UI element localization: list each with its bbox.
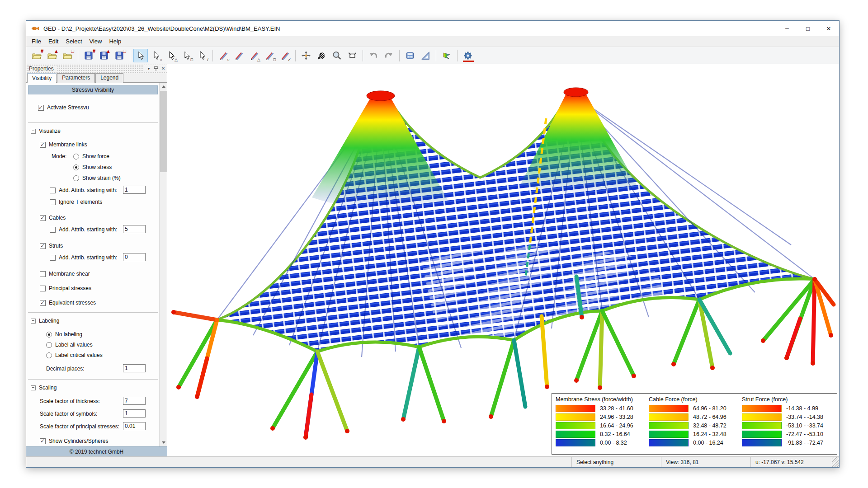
scale-thickness-input[interactable] bbox=[123, 397, 146, 405]
ignore-t-checkbox[interactable] bbox=[50, 199, 56, 205]
open-mesh-button[interactable]: # bbox=[29, 49, 44, 62]
minimize-button[interactable]: ─ bbox=[777, 21, 797, 36]
draw-pencil-button[interactable] bbox=[231, 49, 246, 62]
tab-parameters[interactable]: Parameters bbox=[57, 73, 95, 83]
menu-edit[interactable]: Edit bbox=[45, 37, 62, 46]
titlebar[interactable]: GED - D:\2_Projekte\Easy\2020\03_26_Webs… bbox=[26, 21, 839, 36]
model-viewport[interactable]: Membrane Stress (force/width) 33.28 - 41… bbox=[167, 64, 839, 456]
close-button[interactable]: ✕ bbox=[818, 21, 839, 36]
show-stress-radio[interactable] bbox=[73, 164, 79, 170]
properties-panel: Properties ▾ ✕ Visibility Parameters Leg… bbox=[26, 64, 167, 456]
frame-extents-button[interactable] bbox=[345, 49, 359, 62]
hash-overlay-icon: # bbox=[93, 49, 95, 54]
settings-gear-button[interactable] bbox=[461, 49, 475, 62]
collapse-icon[interactable]: − bbox=[31, 319, 36, 324]
right-cone-tip bbox=[564, 88, 588, 97]
membrane-add-attrib-checkbox[interactable] bbox=[50, 188, 56, 193]
struts-checkbox[interactable] bbox=[40, 243, 46, 249]
toolbar-separator bbox=[295, 50, 296, 61]
legend-range: -14.38 - 4.99 bbox=[786, 405, 818, 412]
save-mesh-button[interactable]: # bbox=[81, 49, 96, 62]
legend-strut-column: Strut Force (force) -14.38 - 4.99 -33.74… bbox=[742, 396, 835, 452]
scrollbar-thumb[interactable] bbox=[160, 91, 167, 172]
scroll-down-button[interactable] bbox=[160, 439, 167, 446]
open-boundary-button[interactable]: □ bbox=[60, 49, 75, 62]
draw-check-pencil-button[interactable]: ✓ bbox=[278, 49, 292, 62]
equivalent-stresses-checkbox[interactable] bbox=[40, 300, 46, 306]
panel-close-button[interactable]: ✕ bbox=[160, 65, 167, 72]
legend-range: 64.96 - 81.20 bbox=[693, 405, 726, 412]
flag-button[interactable] bbox=[439, 49, 454, 62]
draw-node-pencil-button[interactable]: ○ bbox=[216, 49, 231, 62]
label-all-radio[interactable] bbox=[46, 342, 52, 348]
collapse-icon[interactable]: − bbox=[31, 385, 36, 390]
panel-scrollbar[interactable] bbox=[159, 83, 167, 446]
show-force-radio[interactable] bbox=[73, 154, 79, 160]
panel-caption[interactable]: Properties ▾ ✕ bbox=[26, 64, 167, 73]
label-critical-radio[interactable] bbox=[46, 352, 52, 358]
membrane-add-attrib-input[interactable] bbox=[123, 186, 146, 194]
select-triangle-button[interactable]: △ bbox=[164, 49, 179, 62]
activate-stressvu-checkbox[interactable] bbox=[38, 105, 44, 111]
undo-button[interactable] bbox=[366, 49, 381, 62]
menu-help[interactable]: Help bbox=[105, 37, 125, 46]
section-divider bbox=[28, 122, 158, 123]
calculator-button[interactable] bbox=[403, 49, 417, 62]
legend-range: 16.64 - 24.96 bbox=[600, 422, 633, 429]
legend-swatch bbox=[556, 413, 595, 421]
save-triangulation-button[interactable]: ▲ bbox=[97, 49, 111, 62]
membrane-surface bbox=[217, 88, 815, 357]
scale-principal-input[interactable] bbox=[123, 422, 146, 430]
draw-triangle-pencil-button[interactable]: △ bbox=[247, 49, 261, 62]
membrane-shear-checkbox[interactable] bbox=[40, 271, 46, 277]
app-logo-fish-icon bbox=[31, 25, 40, 32]
scale-symbols-label: Scale factor of symbols: bbox=[40, 411, 97, 417]
active-underline bbox=[463, 61, 474, 62]
panel-title: Properties bbox=[29, 66, 57, 72]
show-stress-label: Show stress bbox=[82, 164, 112, 170]
menu-view[interactable]: View bbox=[86, 37, 106, 46]
tab-visibility[interactable]: Visibility bbox=[27, 73, 57, 83]
legend-range: -53.10 - -33.74 bbox=[786, 422, 823, 429]
cables-checkbox[interactable] bbox=[40, 215, 46, 221]
membrane-links-label: Membrane links bbox=[49, 141, 87, 148]
struts-add-attrib-input[interactable] bbox=[123, 253, 146, 261]
hash-overlay-icon: # bbox=[41, 49, 43, 54]
no-labeling-radio[interactable] bbox=[46, 332, 52, 338]
cables-add-attrib-checkbox[interactable] bbox=[50, 227, 56, 233]
show-strain-radio[interactable] bbox=[73, 175, 79, 181]
labeling-section-header: − Labeling bbox=[31, 318, 59, 324]
select-arrow-button[interactable] bbox=[133, 49, 148, 62]
scale-symbols-input[interactable] bbox=[123, 409, 146, 418]
select-node-button[interactable]: ○ bbox=[149, 49, 163, 62]
move-3d-button[interactable] bbox=[299, 49, 313, 62]
tab-legend[interactable]: Legend bbox=[95, 73, 123, 83]
select-rect-button[interactable]: □ bbox=[179, 49, 194, 62]
show-cylinders-checkbox[interactable] bbox=[40, 438, 46, 444]
struts-add-attrib-checkbox[interactable] bbox=[50, 255, 56, 261]
draw-rect-pencil-button[interactable]: □ bbox=[262, 49, 277, 62]
menu-file[interactable]: File bbox=[28, 37, 45, 46]
maximize-button[interactable]: □ bbox=[797, 21, 818, 36]
save-boundary-button[interactable]: □ bbox=[112, 49, 127, 62]
window-title: GED - D:\2_Projekte\Easy\2020\03_26_Webs… bbox=[43, 25, 280, 32]
membrane-links-checkbox[interactable] bbox=[40, 142, 46, 148]
open-triangulation-button[interactable]: ▲ bbox=[45, 49, 59, 62]
explode-button[interactable] bbox=[314, 49, 329, 62]
set-square-button[interactable] bbox=[418, 49, 433, 62]
panel-pin-button[interactable] bbox=[152, 65, 160, 72]
zoom-button[interactable] bbox=[330, 49, 344, 62]
scroll-up-button[interactable] bbox=[160, 83, 167, 90]
activate-stressvu-row: Activate Stressvu bbox=[38, 104, 89, 111]
collapse-icon[interactable]: − bbox=[31, 129, 36, 134]
decimal-places-input[interactable] bbox=[123, 364, 146, 372]
select-edge-button[interactable]: / bbox=[195, 49, 209, 62]
redo-button[interactable] bbox=[382, 49, 396, 62]
resize-grip[interactable] bbox=[832, 457, 839, 467]
menu-select[interactable]: Select bbox=[62, 37, 85, 46]
cables-add-attrib-input[interactable] bbox=[123, 225, 146, 233]
triangle-overlay-icon: ▲ bbox=[106, 49, 111, 54]
toolbar-separator bbox=[436, 50, 436, 61]
principal-stresses-checkbox[interactable] bbox=[40, 286, 46, 291]
panel-menu-button[interactable]: ▾ bbox=[145, 65, 152, 72]
